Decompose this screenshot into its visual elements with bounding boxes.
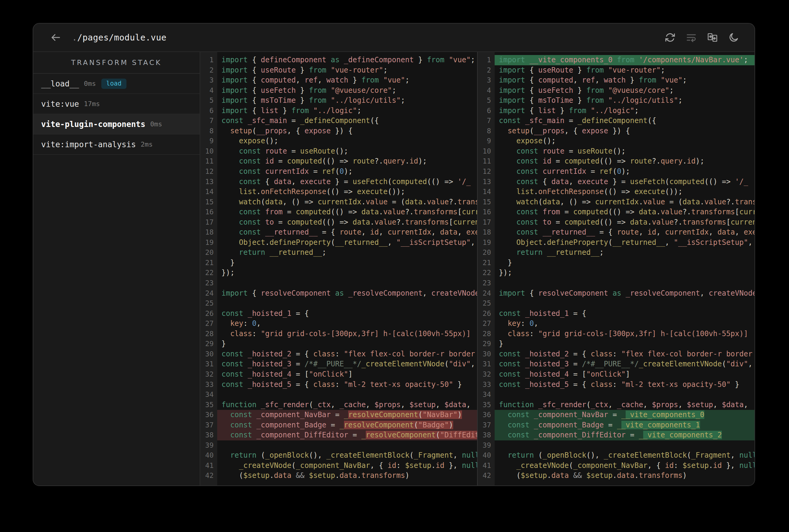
transform-stack-list: __load__0msloadvite:vue17msvite-plugin-c… — [33, 74, 200, 155]
code-line: 28 class: "grid grid-cols-[300px,3fr] h-… — [478, 329, 754, 339]
line-number: 25 — [200, 298, 217, 309]
code-line: 41 _createVNode(_component_NavBar, { id:… — [200, 461, 477, 471]
code-line: 18 const __returned__ = { route, id, cur… — [200, 227, 477, 238]
back-button[interactable] — [49, 31, 62, 44]
code-content: const from = computed(() => data.value?.… — [495, 207, 754, 217]
stack-item-time: 0ms — [150, 120, 162, 128]
line-number: 18 — [200, 227, 217, 238]
line-number: 15 — [478, 197, 495, 207]
code-content: import __vite_components_0 from '/compon… — [495, 55, 754, 65]
code-line: 42 ($setup.data && $setup.data.transform… — [478, 471, 754, 481]
code-content: import { list } from "../logic"; — [217, 106, 477, 116]
line-number: 1 — [200, 55, 217, 65]
line-wrap-button[interactable] — [684, 31, 698, 44]
code-content: const _hoisted_5 = { class: "ml-2 text-x… — [495, 380, 754, 390]
code-line: 9 expose(); — [200, 136, 477, 146]
line-number: 34 — [200, 390, 217, 400]
code-content: } — [495, 258, 754, 268]
code-content: const _sfc_main = _defineComponent({ — [495, 116, 754, 126]
stack-item--load-[interactable]: __load__0msload — [33, 74, 200, 94]
code-content: key: 0, — [217, 319, 477, 329]
code-content: class: "grid grid-cols-[300px,3fr] h-[ca… — [495, 329, 754, 339]
code-content — [495, 390, 754, 400]
line-number: 2 — [200, 65, 217, 76]
code-content: ($setup.data && $setup.data.transforms) — [495, 471, 754, 481]
line-number: 9 — [200, 136, 217, 146]
code-line: 42 ($setup.data && $setup.data.transform… — [200, 471, 477, 481]
code-line: 27 key: 0, — [478, 319, 754, 329]
line-number: 28 — [200, 329, 217, 339]
stack-item-vite-vue[interactable]: vite:vue17ms — [33, 94, 200, 114]
code-content — [217, 440, 477, 451]
diff-pane-after[interactable]: 1import __vite_components_0 from '/compo… — [478, 52, 754, 486]
code-line: 23 — [478, 278, 754, 288]
stack-item-time: 2ms — [141, 140, 153, 148]
code-line: 32const _hoisted_4 = ["onClick"] — [200, 369, 477, 380]
page-title-dot: . — [72, 33, 77, 43]
code-content: import { useFetch } from "@vueuse/core"; — [217, 86, 477, 96]
code-line: 25 — [200, 298, 477, 309]
line-number: 6 — [478, 106, 495, 116]
line-number: 35 — [200, 400, 217, 410]
code-line: 29} — [200, 339, 477, 349]
line-number: 22 — [478, 268, 495, 278]
code-line: 9 expose(); — [478, 136, 754, 146]
code-content: import { resolveComponent as _resolveCom… — [495, 288, 754, 299]
code-line: 19 Object.defineProperty(__returned__, "… — [478, 238, 754, 248]
code-content: } — [217, 258, 477, 268]
code-line: 10 const route = useRoute(); — [478, 146, 754, 156]
line-number: 40 — [200, 450, 217, 461]
code-content: expose(); — [217, 136, 477, 146]
code-line: 21 } — [478, 258, 754, 268]
line-number: 6 — [200, 106, 217, 116]
line-number: 39 — [200, 440, 217, 451]
line-number: 29 — [200, 339, 217, 349]
code-content: const _hoisted_3 = /*#__PURE__*/_createE… — [495, 359, 754, 369]
line-number: 40 — [478, 450, 495, 461]
line-number: 7 — [478, 116, 495, 126]
line-number: 9 — [478, 136, 495, 146]
code-line: 26const _hoisted_1 = { — [478, 309, 754, 319]
page-title: ./pages/module.vue — [72, 33, 166, 43]
stack-item-vite-plugin-components[interactable]: vite-plugin-components0ms — [33, 114, 200, 134]
code-content: ($setup.data && $setup.data.transforms) — [217, 471, 477, 481]
code-content: const currentIdx = ref(0); — [217, 167, 477, 177]
line-number: 21 — [200, 258, 217, 268]
code-line: 22}); — [478, 268, 754, 278]
code-content: return __returned__; — [217, 248, 477, 258]
code-content — [495, 298, 754, 309]
code-content: import { msToTime } from "../logic/utils… — [217, 96, 477, 106]
line-number: 42 — [200, 471, 217, 481]
diff-pane-before[interactable]: 1import { defineComponent as _defineComp… — [200, 52, 478, 486]
code-line: 16 const from = computed(() => data.valu… — [478, 207, 754, 217]
code-line: 30const _hoisted_2 = { class: "flex flex… — [200, 349, 477, 359]
code-content: class: "grid grid-cols-[300px,3fr] h-[ca… — [217, 329, 477, 339]
code-line: 5import { msToTime } from "../logic/util… — [478, 96, 754, 106]
code-line: 28 class: "grid grid-cols-[300px,3fr] h-… — [200, 329, 477, 339]
line-number: 11 — [478, 156, 495, 167]
line-number: 24 — [200, 288, 217, 299]
line-number: 36 — [200, 410, 217, 420]
theme-toggle-button[interactable] — [727, 31, 740, 44]
stack-item-vite-import-analysis[interactable]: vite:import-analysis2ms — [33, 134, 200, 155]
refresh-button[interactable] — [663, 31, 677, 44]
code-line: 16 const from = computed(() => data.valu… — [200, 207, 477, 217]
line-number: 12 — [478, 167, 495, 177]
line-number: 15 — [200, 197, 217, 207]
code-line: 8 setup(__props, { expose }) { — [478, 126, 754, 136]
code-line: 15 watch(data, () => currentIdx.value = … — [200, 197, 477, 207]
code-line: 25 — [478, 298, 754, 309]
code-content: } — [217, 339, 477, 349]
code-content: const _hoisted_2 = { class: "flex flex-c… — [495, 349, 754, 359]
code-content: }); — [495, 268, 754, 278]
code-line: 20 return __returned__; — [200, 248, 477, 258]
code-line: 2import { useRoute } from "vue-router"; — [200, 65, 477, 76]
code-line: 36 const _component_NavBar = __vite_comp… — [478, 410, 754, 420]
code-content: const to = computed(() => data.value?.tr… — [495, 217, 754, 228]
code-line: 6import { list } from "../logic"; — [478, 106, 754, 116]
line-number: 14 — [200, 187, 217, 197]
code-line: 30const _hoisted_2 = { class: "flex flex… — [478, 349, 754, 359]
code-line: 12 const currentIdx = ref(0); — [478, 167, 754, 177]
diff-layout-button[interactable] — [705, 31, 719, 44]
topbar: ./pages/module.vue — [33, 23, 754, 52]
